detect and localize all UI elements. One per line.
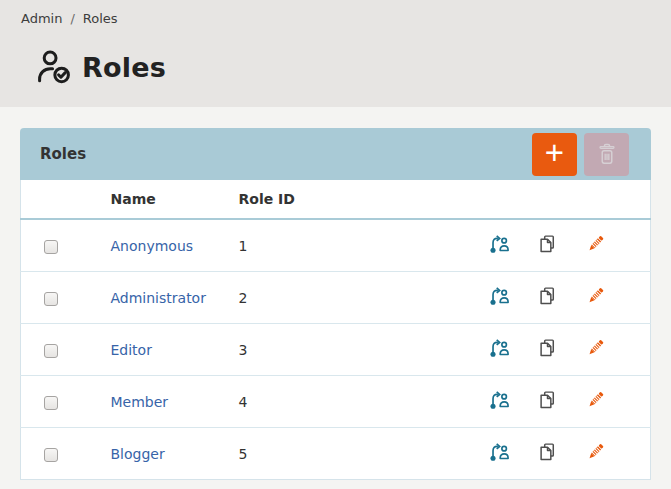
table-row: Administrator 2	[21, 272, 651, 324]
table-row: Blogger 5	[21, 428, 651, 480]
permissions-button[interactable]	[489, 389, 510, 411]
page-header: Admin / Roles Roles	[0, 0, 671, 107]
plus-icon: +	[545, 136, 564, 169]
edit-button[interactable]	[585, 441, 606, 463]
panel-header-actions: +	[532, 133, 629, 176]
user-permissions-icon	[489, 285, 510, 307]
edit-button[interactable]	[585, 285, 606, 307]
edit-pencil-icon	[585, 389, 606, 411]
role-id-value: 1	[239, 219, 409, 272]
role-name-link[interactable]: Blogger	[111, 446, 165, 462]
user-permissions-icon	[489, 337, 510, 359]
row-select-checkbox[interactable]	[44, 448, 58, 462]
edit-pencil-icon	[585, 285, 606, 307]
role-name-link[interactable]: Administrator	[111, 290, 206, 306]
roles-admin-page: Admin / Roles Roles Roles +	[0, 0, 671, 489]
table-header-row: Name Role ID	[21, 180, 651, 219]
row-select-checkbox[interactable]	[44, 292, 58, 306]
copy-button[interactable]	[537, 233, 558, 255]
table-row: Member 4	[21, 376, 651, 428]
trash-icon	[596, 142, 618, 166]
copy-button[interactable]	[537, 285, 558, 307]
breadcrumb: Admin / Roles	[21, 11, 671, 26]
copy-icon	[537, 233, 558, 255]
user-permissions-icon	[489, 233, 510, 255]
row-select-checkbox[interactable]	[44, 344, 58, 358]
user-permissions-icon	[489, 389, 510, 411]
role-name-link[interactable]: Anonymous	[111, 238, 194, 254]
breadcrumb-current: Roles	[83, 11, 118, 26]
copy-button[interactable]	[537, 337, 558, 359]
copy-button[interactable]	[537, 441, 558, 463]
name-column-header: Name	[111, 180, 239, 219]
roleid-column-header: Role ID	[239, 180, 409, 219]
role-id-value: 3	[239, 324, 409, 376]
row-select-checkbox[interactable]	[44, 396, 58, 410]
add-role-button[interactable]: +	[532, 133, 577, 176]
user-permissions-icon	[489, 441, 510, 463]
copy-button[interactable]	[537, 389, 558, 411]
select-column-header	[21, 180, 111, 219]
permissions-button[interactable]	[489, 441, 510, 463]
role-name-link[interactable]: Editor	[111, 342, 152, 358]
user-check-icon	[35, 49, 73, 85]
permissions-button[interactable]	[489, 233, 510, 255]
copy-icon	[537, 441, 558, 463]
table-row: Editor 3	[21, 324, 651, 376]
roles-panel: Roles + Name Role ID	[20, 128, 651, 480]
actions-column-header	[409, 180, 651, 219]
copy-icon	[537, 389, 558, 411]
row-select-checkbox[interactable]	[44, 240, 58, 254]
panel-header: Roles +	[20, 128, 651, 180]
edit-button[interactable]	[585, 233, 606, 255]
breadcrumb-separator: /	[70, 11, 74, 26]
permissions-button[interactable]	[489, 337, 510, 359]
breadcrumb-admin-link[interactable]: Admin	[21, 11, 62, 26]
role-id-value: 2	[239, 272, 409, 324]
role-name-link[interactable]: Member	[111, 394, 169, 410]
edit-button[interactable]	[585, 389, 606, 411]
copy-icon	[537, 285, 558, 307]
copy-icon	[537, 337, 558, 359]
edit-pencil-icon	[585, 233, 606, 255]
page-title: Roles	[82, 52, 166, 83]
edit-pencil-icon	[585, 337, 606, 359]
role-id-value: 4	[239, 376, 409, 428]
table-row: Anonymous 1	[21, 219, 651, 272]
edit-button[interactable]	[585, 337, 606, 359]
permissions-button[interactable]	[489, 285, 510, 307]
role-id-value: 5	[239, 428, 409, 480]
edit-pencil-icon	[585, 441, 606, 463]
delete-roles-button[interactable]	[584, 133, 629, 176]
panel-title: Roles	[40, 145, 86, 163]
page-title-row: Roles	[14, 49, 671, 85]
roles-table: Name Role ID Anonymous 1	[20, 180, 651, 480]
